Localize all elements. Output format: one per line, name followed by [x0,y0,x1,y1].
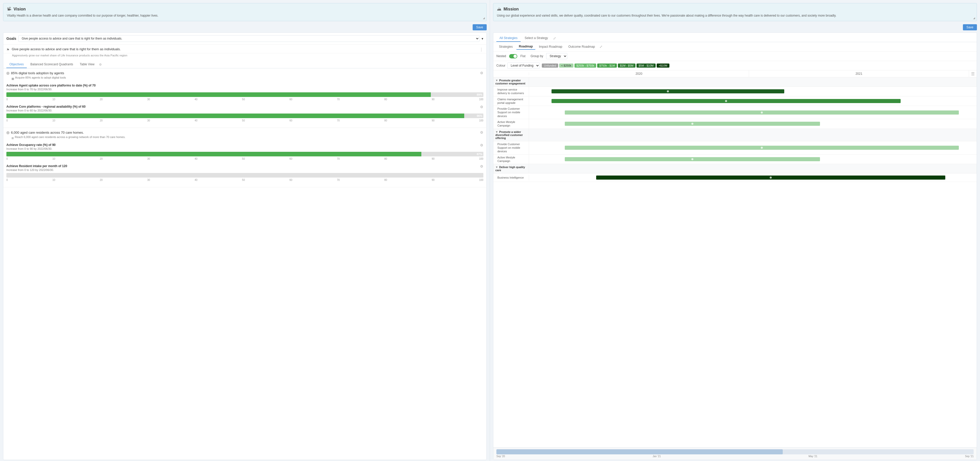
gantt-item-row: Improve service delivery to customers [493,87,977,97]
obj-subtitle-1: Acquire 85% agents to adopt digital tool… [15,76,66,79]
obj-title-2: 6,000 aged care residents across 70 care… [11,130,479,134]
metric-gear-1-2[interactable]: ⚙ [480,105,484,109]
progress-bar-2-2 [6,173,484,178]
mission-box: ⛰ Mission Using our global experience an… [493,3,977,21]
objectives-tabs: Objectives Balanced Scorecard Quadrants … [3,59,487,68]
expand-icon-3[interactable]: ▼ [495,165,498,169]
tab-table-view[interactable]: Table View [76,61,97,68]
expand-icon-1[interactable]: ▼ [495,79,498,82]
timeline-window[interactable] [496,449,783,455]
gantt-item-row: Provide Customer Support on mobile devic… [493,106,977,119]
gantt-group-content-2 [529,131,977,139]
gantt-menu-icon[interactable]: ☰ [969,72,977,76]
gantt-item-content-1-3 [529,108,977,117]
metric-block-1-1: Achieve Agent uptake across core platfor… [6,83,484,104]
gantt-item-row: Business Intelligence [493,173,977,182]
goal-subtitle: Aggressively grow our market share of Li… [3,53,487,59]
gantt-bar-3-1[interactable] [596,175,945,180]
goal-menu-icon[interactable]: ⋮ [479,47,484,52]
bar-dot-1-4 [691,123,694,125]
toggle-switch[interactable] [509,54,517,59]
subtab-strategies[interactable]: Strategies [496,44,515,49]
gantt-body: ▼Promote greater customer engagement Imp… [493,77,977,447]
timeline-label-3: May '21 [808,455,818,458]
gantt-area: 2020 2021 ☰ ▼Promote greater customer en… [493,70,977,460]
bar-dot-2-1 [761,147,763,149]
goal-title: Give people access to advice and care th… [12,47,477,51]
tag-5m-10m[interactable]: $5M - $10M [636,64,655,68]
colour-select[interactable]: Level of Funding [508,62,540,68]
gantt-group-content-1 [529,78,977,86]
progress-bar-1-2: 96% [6,113,484,118]
roadmap-subtabs: Strategies Roadmap Impact Roadmap Outcom… [493,42,977,51]
obj-gear-icon-1[interactable]: ⚙ [480,71,484,75]
tab-select-strategy[interactable]: Select a Strategy [522,35,551,42]
gantt-header: 2020 2021 ☰ [493,70,977,77]
goals-dropdown[interactable]: Give people access to advice and care th… [18,35,479,42]
timeline-labels: Sep '20 Jan '21 May '21 Sep '21 [496,455,974,458]
bar-dot-3-1 [770,176,772,179]
left-panel: 📽 Vision Vitality Health is a diverse he… [0,0,490,461]
metric-sub-2-1: Increase from 0 to 90 by 2022/06/30. [6,147,484,150]
gantt-bar-1-4[interactable] [565,122,820,126]
expand-icon[interactable]: ⤢ [553,36,556,40]
progress-label-1-2: 96% [477,114,482,118]
gantt-group-label-1: ▼Promote greater customer engagement [493,77,529,86]
resize-handle[interactable]: ◢ [483,17,485,19]
gantt-item-label-1-3: Provide Customer Support on mobile devic… [493,106,529,119]
metric-block-2-1: Achieve Occupancy rate (%) of 90 ⚙ Incre… [6,142,484,163]
gantt-item-content-1-2 [529,97,977,105]
gantt-group-content-3 [529,165,977,172]
roadmap-top-tabs: All Strategies Select a Strategy ⤢ [493,33,977,42]
tab-balanced-scorecard[interactable]: Balanced Scorecard Quadrants [27,61,76,68]
subtab-roadmap[interactable]: Roadmap [516,44,535,50]
gantt-bar-1-3[interactable] [565,110,959,114]
gantt-group-label-3: ▼Deliver high quality care [493,164,529,173]
tag-250k[interactable]: < $250k [559,64,573,68]
obj-icon-1: ◎ [6,71,10,75]
subtab-outcome-roadmap[interactable]: Outcome Roadmap [566,44,597,49]
timeline-bar[interactable] [496,449,974,455]
right-panel: ⛰ Mission Using our global experience an… [490,0,980,461]
progress-label-1-1: 89% [477,92,482,97]
vision-title: Vision [14,7,26,11]
bar-dot-1-1 [667,90,669,92]
gantt-bar-1-1[interactable] [552,89,784,93]
roadmap-controls: Nested Flat Group by Strategy [493,51,977,61]
tag-250k-750k[interactable]: $250k - $750k [574,64,597,68]
objective-block-1: ◎ 85% digital tools adoption by agents ⚙… [3,68,487,128]
gantt-bar-2-1[interactable] [565,146,959,150]
tag-10m[interactable]: >$10M [657,64,670,68]
gantt-item-row: Active lifestyle Campaign [493,154,977,164]
metric-gear-2-1[interactable]: ⚙ [480,143,484,147]
mission-title: Mission [504,7,519,11]
gantt-year-2020: 2020 [529,70,749,77]
gantt-group-1: ▼Promote greater customer engagement [493,77,977,87]
subtab-expand-icon[interactable]: ⤢ [600,45,603,49]
timeline-label-1: Sep '20 [496,455,505,458]
gantt-bar-1-2[interactable] [552,99,900,103]
metric-gear-2-2[interactable]: ⚙ [480,164,484,169]
nested-toggle[interactable] [509,54,517,59]
gantt-item-content-2-2 [529,155,977,163]
tab-all-strategies[interactable]: All Strategies [496,35,520,42]
tag-750k-1m[interactable]: $750k - $1M [597,64,617,68]
gantt-item-content-2-1 [529,144,977,152]
expand-icon-2[interactable]: ▼ [495,130,498,134]
mission-resize-handle[interactable]: ◢ [973,17,975,19]
subtab-impact-roadmap[interactable]: Impact Roadmap [536,44,565,49]
mission-save-button[interactable]: Save [963,24,977,30]
obj-sub-icon-1: ▦ [11,77,14,80]
gantt-label-header [493,72,529,75]
timeline-label-2: Jan '21 [652,455,661,458]
vision-save-button[interactable]: Save [473,24,487,30]
obj-gear-icon-2[interactable]: ⚙ [480,130,484,134]
gantt-bar-2-2[interactable] [565,157,820,161]
tab-objectives[interactable]: Objectives [6,61,27,68]
tag-1m-5m[interactable]: $1M - $5M [618,64,635,68]
tag-unfunded[interactable]: Unfunded [542,64,558,68]
group-by-select[interactable]: Strategy [546,53,567,59]
tab-settings-icon[interactable]: ⚙ [99,63,102,66]
gantt-item-label-1-2: Claims management portal upgrade [493,97,529,106]
progress-axis-1-2: 0102030405060708090100 [6,119,484,123]
